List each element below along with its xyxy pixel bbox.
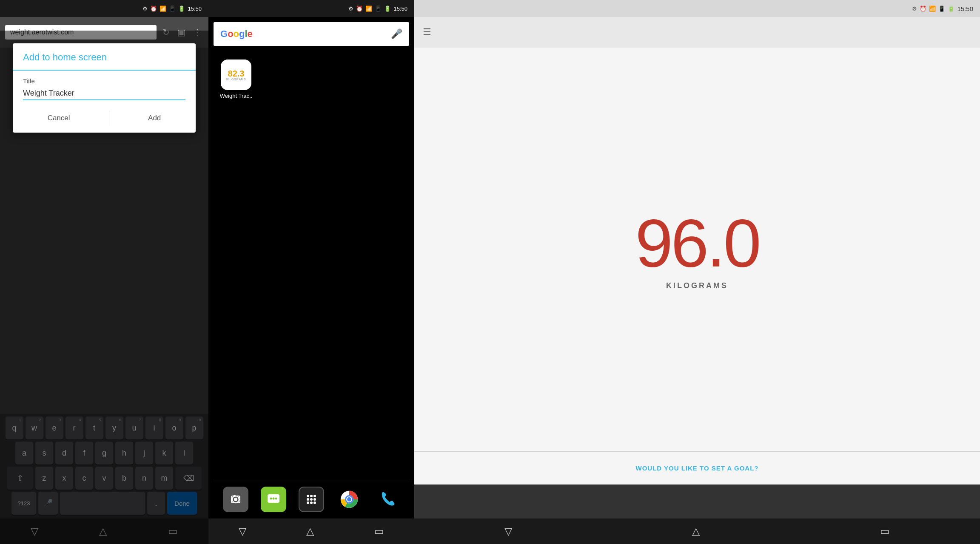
wifi-icon: 📶 [160, 6, 166, 12]
dialog-overlay: Add to home screen Title Cancel Add [0, 31, 208, 544]
app-weight-label: KILOGRAMS [226, 78, 246, 81]
svg-point-10 [310, 495, 313, 497]
svg-point-16 [310, 502, 313, 504]
app-weight-number: 82.3 [228, 69, 245, 78]
alarm-icon: ⏰ [150, 6, 157, 12]
svg-point-14 [313, 498, 316, 501]
app-icon-name: Weight Trac.. [220, 93, 252, 99]
alarm-icon-p2: ⏰ [356, 6, 363, 12]
browser-panel: ⚙ ⏰ 📶 📱 🔋 15:50 weight.aerotwist.com ↻ ▣… [0, 0, 208, 544]
svg-point-6 [270, 498, 272, 500]
back-button-p3[interactable]: ▽ [496, 522, 521, 541]
home-button-p3[interactable]: △ [684, 522, 708, 541]
homescreen-panel: ⚙ ⏰ 📶 📱 🔋 15:50 Google 🎤 82.3 KILOGRAMS … [208, 0, 414, 544]
launcher-dock-icon[interactable] [299, 487, 324, 512]
status-time-p3: 15:50 [957, 5, 973, 12]
app-toolbar: ☰ [414, 17, 980, 48]
wifi-icon-p2: 📶 [365, 6, 372, 12]
dialog-title-input[interactable] [23, 87, 185, 100]
svg-point-9 [307, 495, 309, 497]
camera-dock-icon[interactable] [223, 487, 248, 512]
google-search-bar[interactable]: Google 🎤 [214, 22, 409, 46]
google-g: G [220, 28, 228, 39]
app-icon-image: 82.3 KILOGRAMS [221, 60, 251, 90]
svg-point-17 [313, 502, 316, 504]
svg-point-15 [307, 502, 309, 504]
bluetooth-icon-p3: ⚙ [912, 6, 917, 12]
button-divider [109, 110, 109, 126]
hamburger-menu-icon[interactable]: ☰ [423, 27, 431, 38]
weight-tracker-icon[interactable]: 82.3 KILOGRAMS Weight Trac.. [217, 60, 255, 99]
chrome-dock-icon[interactable] [336, 487, 362, 512]
svg-point-4 [239, 496, 240, 498]
signal-icon-p2: 📱 [375, 6, 382, 12]
add-to-homescreen-dialog: Add to home screen Title Cancel Add [13, 43, 196, 133]
bluetooth-icon-p2: ⚙ [348, 6, 353, 12]
google-g2: g [239, 28, 245, 39]
google-o2: o [234, 28, 239, 39]
weight-unit: KILOGRAMS [666, 281, 728, 290]
svg-point-11 [313, 495, 316, 497]
weight-tracker-panel: ⚙ ⏰ 📶 📱 🔋 15:50 ☰ 96.0 KILOGRAMS WOULD Y… [414, 0, 980, 544]
set-goal-link[interactable]: WOULD YOU LIKE TO SET A GOAL? [414, 452, 980, 484]
dialog-title: Add to home screen [13, 43, 196, 71]
battery-icon: 🔋 [178, 6, 185, 12]
app-bottom-bar [414, 484, 980, 518]
status-bar-p1: ⚙ ⏰ 📶 📱 🔋 15:50 [0, 0, 208, 17]
home-dock [208, 480, 414, 518]
weight-value: 96.0 [635, 209, 759, 277]
status-icons-p3: ⚙ ⏰ 📶 📱 🔋 15:50 [912, 5, 973, 12]
signal-icon: 📱 [169, 6, 176, 12]
svg-point-13 [310, 498, 313, 501]
alarm-icon-p3: ⏰ [920, 6, 926, 12]
home-button-p2[interactable]: △ [298, 522, 322, 541]
dialog-body: Title [13, 71, 196, 104]
bluetooth-icon: ⚙ [142, 6, 148, 12]
google-o1: o [228, 28, 233, 39]
signal-icon-p3: 📱 [938, 6, 945, 12]
status-time-p1: 15:50 [188, 6, 202, 12]
svg-point-21 [347, 497, 351, 502]
battery-icon-p2: 🔋 [384, 6, 391, 12]
google-e: e [248, 28, 253, 39]
dialog-label: Title [23, 77, 185, 85]
phone-dock-icon[interactable] [374, 487, 400, 512]
nav-bar-p3: ▽ △ ▭ [414, 518, 980, 544]
status-icons-p2: ⚙ ⏰ 📶 📱 🔋 15:50 [348, 6, 407, 12]
cancel-button[interactable]: Cancel [37, 110, 80, 126]
svg-point-1 [234, 498, 237, 501]
google-logo: Google [220, 28, 391, 40]
status-time-p2: 15:50 [393, 6, 407, 12]
home-icons-area: 82.3 KILOGRAMS Weight Trac.. [208, 51, 414, 480]
messenger-dock-icon[interactable] [261, 487, 286, 512]
svg-rect-3 [234, 495, 236, 497]
recents-button-p3[interactable]: ▭ [872, 522, 898, 541]
nav-bar-p2: ▽ △ ▭ [208, 518, 414, 544]
back-button-p2[interactable]: ▽ [230, 522, 255, 541]
status-icons-p1: ⚙ ⏰ 📶 📱 🔋 15:50 [142, 6, 202, 12]
recents-button-p2[interactable]: ▭ [366, 522, 393, 541]
add-button[interactable]: Add [138, 110, 171, 126]
battery-icon-p3: 🔋 [948, 6, 954, 12]
voice-search-icon[interactable]: 🎤 [391, 28, 402, 40]
weight-display-area: 96.0 KILOGRAMS [414, 48, 980, 451]
wifi-icon-p3: 📶 [929, 6, 936, 12]
svg-point-8 [275, 498, 277, 500]
status-bar-p3: ⚙ ⏰ 📶 📱 🔋 15:50 [414, 0, 980, 17]
svg-point-7 [273, 498, 275, 500]
svg-point-12 [307, 498, 309, 501]
dialog-buttons: Cancel Add [13, 104, 196, 133]
status-bar-p2: ⚙ ⏰ 📶 📱 🔋 15:50 [208, 0, 414, 17]
